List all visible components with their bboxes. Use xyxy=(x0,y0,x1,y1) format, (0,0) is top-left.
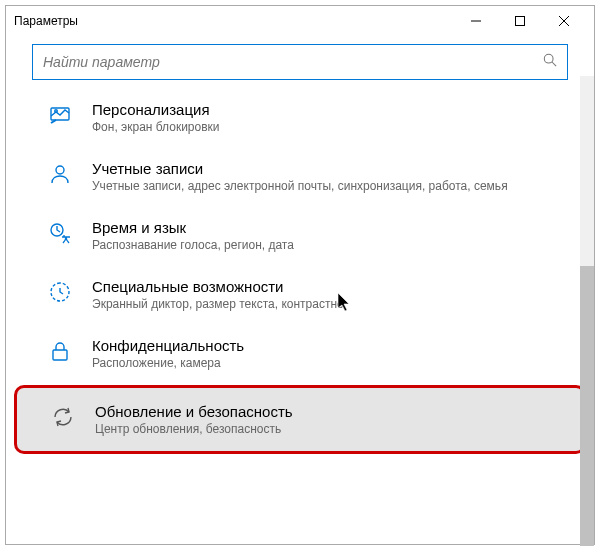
titlebar: Параметры xyxy=(6,6,594,36)
search-icon xyxy=(543,53,557,71)
category-desc: Учетные записи, адрес электронной почты,… xyxy=(92,179,586,193)
category-text: Обновление и безопасность Центр обновлен… xyxy=(95,403,575,436)
category-accessibility[interactable]: Специальные возможности Экранный диктор,… xyxy=(6,265,594,324)
svg-point-7 xyxy=(55,110,58,113)
category-title: Обновление и безопасность xyxy=(95,403,575,420)
category-desc: Центр обновления, безопасность xyxy=(95,422,575,436)
category-text: Конфиденциальность Расположение, камера xyxy=(92,337,586,370)
category-text: Учетные записи Учетные записи, адрес эле… xyxy=(92,160,586,193)
category-title: Специальные возможности xyxy=(92,278,586,295)
category-title: Учетные записи xyxy=(92,160,586,177)
category-time-language[interactable]: Время и язык Распознавание голоса, регио… xyxy=(6,206,594,265)
minimize-icon xyxy=(471,16,481,26)
category-title: Персонализация xyxy=(92,101,586,118)
maximize-icon xyxy=(515,16,525,26)
svg-rect-10 xyxy=(53,350,67,360)
scrollbar-track[interactable] xyxy=(580,76,594,544)
category-desc: Расположение, камера xyxy=(92,356,586,370)
accessibility-icon xyxy=(46,278,74,306)
time-language-icon xyxy=(46,219,74,247)
close-button[interactable] xyxy=(542,6,586,36)
minimize-button[interactable] xyxy=(454,6,498,36)
category-desc: Распознавание голоса, регион, дата xyxy=(92,238,586,252)
search-input[interactable] xyxy=(43,54,543,70)
update-security-icon xyxy=(49,403,77,431)
category-title: Время и язык xyxy=(92,219,586,236)
svg-line-5 xyxy=(552,62,556,66)
search-box[interactable] xyxy=(32,44,568,80)
maximize-button[interactable] xyxy=(498,6,542,36)
close-icon xyxy=(559,16,569,26)
category-text: Специальные возможности Экранный диктор,… xyxy=(92,278,586,311)
category-update-security[interactable]: Обновление и безопасность Центр обновлен… xyxy=(14,385,586,454)
category-privacy[interactable]: Конфиденциальность Расположение, камера xyxy=(6,324,594,383)
category-desc: Фон, экран блокировки xyxy=(92,120,586,134)
personalization-icon xyxy=(46,101,74,129)
category-text: Время и язык Распознавание голоса, регио… xyxy=(92,219,586,252)
settings-window: Параметры Персонализаци xyxy=(5,5,595,545)
category-desc: Экранный диктор, размер текста, контраст… xyxy=(92,297,586,311)
search-container xyxy=(6,36,594,84)
category-title: Конфиденциальность xyxy=(92,337,586,354)
privacy-icon xyxy=(46,337,74,365)
svg-rect-1 xyxy=(516,17,525,26)
accounts-icon xyxy=(46,160,74,188)
categories-list: Персонализация Фон, экран блокировки Уче… xyxy=(6,84,594,542)
svg-point-8 xyxy=(56,166,64,174)
category-personalization[interactable]: Персонализация Фон, экран блокировки xyxy=(6,88,594,147)
scrollbar-thumb[interactable] xyxy=(580,266,594,546)
window-title: Параметры xyxy=(14,14,454,28)
category-accounts[interactable]: Учетные записи Учетные записи, адрес эле… xyxy=(6,147,594,206)
category-text: Персонализация Фон, экран блокировки xyxy=(92,101,586,134)
window-controls xyxy=(454,6,586,36)
